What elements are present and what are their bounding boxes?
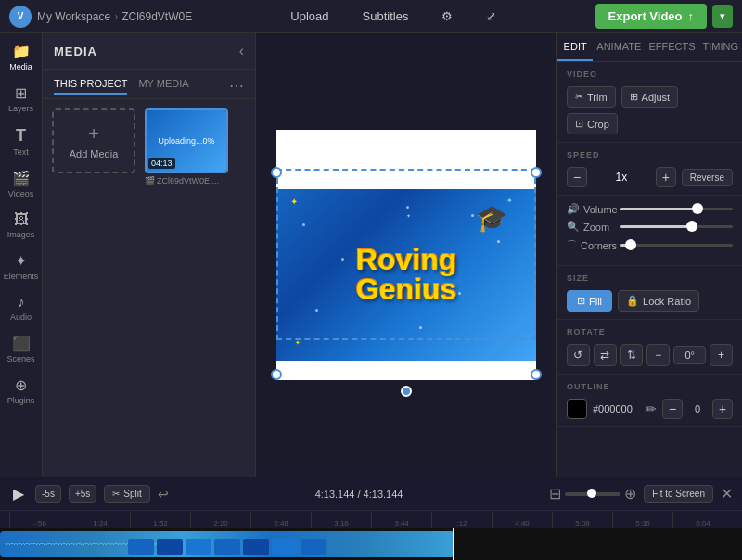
crop-button[interactable]: ⊡ Crop xyxy=(567,113,618,134)
speed-decrease-button[interactable]: − xyxy=(567,167,587,187)
ruler-mark-8: 4:40 xyxy=(492,512,552,528)
volume-label: 🔊 Volume xyxy=(567,203,613,215)
project-id: ZCl69dVtW0E xyxy=(122,10,192,23)
handle-top-right[interactable] xyxy=(531,167,542,178)
volume-zoom-section: 🔊 Volume 🔍 Zoom xyxy=(557,196,742,266)
handle-bottom-right[interactable] xyxy=(531,369,542,380)
images-icon: 🖼 xyxy=(14,211,29,228)
skip-back-button[interactable]: -5s xyxy=(35,485,61,503)
videos-icon: 🎬 xyxy=(12,170,31,187)
rotate-section: ROTATE ↺ ⇄ ⇅ − 0° + xyxy=(557,320,742,375)
zoom-slider-track[interactable] xyxy=(565,492,620,496)
add-media-button[interactable]: + Add Media xyxy=(52,108,135,173)
genius-text: Genius xyxy=(356,274,456,304)
speed-increase-button[interactable]: + xyxy=(656,167,676,187)
zoom-slider[interactable] xyxy=(620,225,733,228)
lock-ratio-button[interactable]: 🔒 Lock Ratio xyxy=(618,290,699,312)
workspace-breadcrumb: My Workspace › ZCl69dVtW0E xyxy=(37,10,192,23)
speed-section-title: SPEED xyxy=(567,150,733,159)
layers-icon: ⊞ xyxy=(15,84,27,102)
sidebar-item-text[interactable]: T Text xyxy=(2,121,41,162)
outline-decrease-button[interactable]: − xyxy=(662,399,683,419)
timeline-close-button[interactable]: ✕ xyxy=(721,485,733,503)
sidebar-item-images[interactable]: 🖼 Images xyxy=(2,206,41,245)
topbar-right: Export Video ↑ ▾ xyxy=(595,4,733,29)
video-text: Roving Genius xyxy=(356,245,456,304)
tab-animate[interactable]: ANIMATE xyxy=(593,33,645,61)
settings-icon[interactable]: ⚙ xyxy=(434,6,460,27)
outline-pen-button[interactable]: ✏ xyxy=(646,401,657,416)
volume-icon: 🔊 xyxy=(567,203,580,215)
timeline-track[interactable]: 〰〰〰〰〰〰〰〰〰〰〰〰〰〰〰〰〰〰〰〰〰〰〰 xyxy=(0,528,742,560)
playhead[interactable] xyxy=(453,528,454,560)
plugins-icon: ⊕ xyxy=(15,376,27,394)
export-dropdown-arrow[interactable]: ▾ xyxy=(712,5,733,28)
corners-slider[interactable] xyxy=(620,244,733,247)
zoom-in-button[interactable]: ⊕ xyxy=(624,485,636,503)
size-section-title: SIZE xyxy=(567,274,733,283)
outline-increase-button[interactable]: + xyxy=(712,399,733,419)
track-item-main[interactable]: 〰〰〰〰〰〰〰〰〰〰〰〰〰〰〰〰〰〰〰〰〰〰〰 xyxy=(0,531,454,557)
canvas-video[interactable]: ✦ ✦ ✦ ✦ 🎓 Roving Genius xyxy=(276,189,536,361)
rotate-ccw-button[interactable]: ↺ xyxy=(567,344,590,366)
trim-button[interactable]: ✂ Trim xyxy=(567,86,616,108)
fill-button[interactable]: ⊡ Fill xyxy=(567,290,612,312)
rotate-add-button[interactable]: + xyxy=(710,344,733,366)
undo-button[interactable]: ↩ xyxy=(158,487,169,502)
handle-rotate[interactable] xyxy=(401,386,412,397)
ruler-mark-4: 2:48 xyxy=(250,512,311,528)
sparkle-4: ✦ xyxy=(406,212,411,219)
ruler-mark-10: 5:36 xyxy=(612,512,672,528)
tab-edit[interactable]: EDIT xyxy=(557,33,593,61)
handle-bottom-left[interactable] xyxy=(271,369,282,380)
tab-my-media[interactable]: MY MEDIA xyxy=(138,78,188,95)
fit-to-screen-button[interactable]: Fit to Screen xyxy=(644,485,713,503)
ruler-mark-9: 5:08 xyxy=(552,512,612,528)
file-icon: 🎬 xyxy=(145,176,155,185)
adjust-button[interactable]: ⊞ Adjust xyxy=(621,86,679,108)
upload-button[interactable]: Upload xyxy=(283,6,336,27)
play-button[interactable]: ▶ xyxy=(9,483,28,504)
ruler-mark-7: :12 xyxy=(431,512,492,528)
sidebar-item-media[interactable]: 📁 Media xyxy=(2,37,41,77)
sidebar-item-audio[interactable]: ♪ Audio xyxy=(2,288,41,327)
graduation-cap-icon: 🎓 xyxy=(476,203,508,234)
volume-slider[interactable] xyxy=(620,208,733,210)
fill-icon: ⊡ xyxy=(577,295,585,307)
rotate-section-title: ROTATE xyxy=(567,327,733,337)
rotate-row: ↺ ⇄ ⇅ − 0° + xyxy=(567,344,733,366)
subtitles-button[interactable]: Subtitles xyxy=(355,6,416,27)
workspace-name: My Workspace xyxy=(37,10,110,23)
rotate-cw-button[interactable]: − xyxy=(646,344,670,366)
zoom-out-button[interactable]: ⊟ xyxy=(549,485,561,503)
export-button[interactable]: Export Video ↑ xyxy=(595,4,707,29)
text-icon: T xyxy=(16,126,26,146)
split-button[interactable]: ✂ Split xyxy=(104,485,149,503)
speed-row: − 1x + Reverse xyxy=(567,167,733,187)
zoom-slider-thumb[interactable] xyxy=(587,489,596,498)
roving-text: Roving xyxy=(356,245,456,274)
handle-top-left[interactable] xyxy=(271,167,282,178)
volume-row: 🔊 Volume xyxy=(567,203,733,215)
flip-v-button[interactable]: ⇅ xyxy=(620,344,644,366)
sidebar-item-videos[interactable]: 🎬 Videos xyxy=(2,164,41,204)
sidebar-item-elements[interactable]: ✦ Elements xyxy=(2,247,41,286)
flip-h-button[interactable]: ⇄ xyxy=(594,344,617,366)
sidebar-item-scenes[interactable]: ⬛ Scenes xyxy=(2,329,41,369)
sidebar-item-layers[interactable]: ⊞ Layers xyxy=(2,79,41,119)
video-buttons: ✂ Trim ⊞ Adjust ⊡ Crop xyxy=(567,86,733,134)
reverse-button[interactable]: Reverse xyxy=(682,169,733,186)
tab-this-project[interactable]: THIS PROJECT xyxy=(54,78,127,95)
speed-section: SPEED − 1x + Reverse xyxy=(557,143,742,196)
tab-effects[interactable]: EFFECTS xyxy=(645,33,698,61)
media-panel-close-button[interactable]: ‹ xyxy=(239,43,244,59)
tab-timing[interactable]: TIMING xyxy=(699,33,743,61)
topbar: V My Workspace › ZCl69dVtW0E Upload Subt… xyxy=(0,0,742,33)
share-icon[interactable]: ⤢ xyxy=(479,6,504,27)
skip-forward-button[interactable]: +5s xyxy=(69,485,96,503)
media-more-options[interactable]: ⋯ xyxy=(229,77,244,95)
outline-row: #000000 ✏ − 0 + xyxy=(567,399,733,419)
zoom-label: 🔍 Zoom xyxy=(567,221,613,233)
sidebar-item-plugins[interactable]: ⊕ Plugins xyxy=(2,371,41,411)
outline-color-swatch[interactable] xyxy=(567,399,587,419)
